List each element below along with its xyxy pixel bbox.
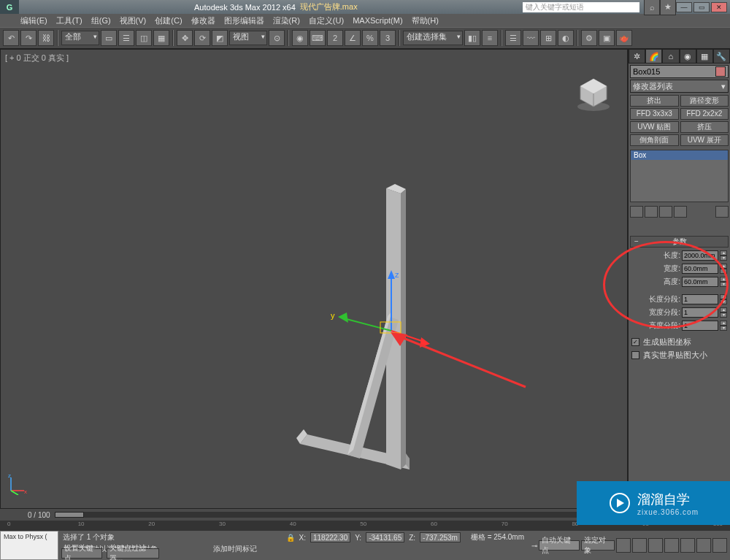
height-spin-buttons[interactable]: ▴▾ [720, 277, 727, 287]
autokey-button[interactable]: 自动关键点 [539, 540, 580, 551]
maxscript-listener[interactable]: Max to Physx ( [0, 531, 58, 560]
move-icon[interactable]: ✥ [177, 30, 193, 46]
lsegs-spin-buttons[interactable]: ▴▾ [720, 294, 727, 304]
spinner-snap-icon[interactable]: 3 [380, 30, 396, 46]
viewport[interactable]: [ + 0 正交 0 真实 ] z y [0, 49, 628, 509]
layers-icon[interactable]: ☰ [505, 30, 521, 46]
width-spin-buttons[interactable]: ▴▾ [720, 264, 727, 274]
menu-modifiers[interactable]: 修改器 [191, 15, 215, 26]
display-tab-icon[interactable]: ▦ [696, 49, 713, 64]
remove-mod-icon[interactable] [674, 206, 687, 218]
utilities-tab-icon[interactable]: 🔧 [713, 49, 730, 64]
menu-edit[interactable]: 编辑(E) [20, 15, 47, 26]
play-prev-icon[interactable] [616, 538, 631, 553]
coord-y[interactable]: -34131.65 [366, 532, 404, 542]
nav-orbit-icon[interactable] [696, 538, 711, 553]
keyfilter-button[interactable]: 关键点过滤器... [107, 548, 159, 559]
menu-rendering[interactable]: 渲染(R) [273, 15, 300, 26]
mod-btn-bevelprofile[interactable]: 倒角剖面 [630, 134, 679, 146]
play-icon[interactable] [632, 538, 647, 553]
restore-button[interactable]: ▭ [694, 2, 710, 12]
select-name-icon[interactable]: ☰ [118, 30, 134, 46]
favorites-icon[interactable]: ★ [660, 0, 676, 15]
create-tab-icon[interactable]: ✲ [629, 49, 645, 64]
realworld-checkbox[interactable] [631, 351, 639, 359]
link-icon[interactable]: ⛓ [38, 30, 54, 46]
mod-btn-ffd333[interactable]: FFD 3x3x3 [630, 108, 679, 120]
selection-filter-dropdown[interactable]: 全部 [61, 31, 99, 45]
nav-max-icon[interactable] [712, 538, 727, 553]
menu-create[interactable]: 创建(C) [155, 15, 182, 26]
schematic-icon[interactable]: ⊞ [540, 30, 556, 46]
time-marker[interactable] [55, 512, 84, 518]
hsegs-spin-buttons[interactable]: ▴▾ [720, 321, 727, 331]
close-button[interactable]: ✕ [711, 2, 727, 12]
lock-icon[interactable]: 🔒 [286, 534, 295, 542]
hsegs-spinner[interactable]: 1 [682, 321, 718, 331]
stack-item-box[interactable]: Box [631, 150, 728, 160]
render-icon[interactable]: 🫖 [616, 30, 632, 46]
gen-map-checkbox[interactable]: ✓ [631, 338, 639, 346]
height-spinner[interactable]: 60.0mm [682, 277, 718, 287]
mirror-icon[interactable]: ▮▯ [464, 30, 480, 46]
selset-dd[interactable]: 选定对象 [581, 540, 615, 551]
coord-x[interactable]: 118222.30 [310, 532, 350, 542]
menu-views[interactable]: 视图(V) [120, 15, 147, 26]
menu-maxscript[interactable]: MAXScript(M) [353, 16, 402, 25]
select-icon[interactable]: ▭ [101, 30, 117, 46]
rotate-icon[interactable]: ⟳ [194, 30, 210, 46]
app-logo-icon[interactable]: G [0, 0, 19, 14]
key-icon[interactable]: ⊸ [531, 542, 537, 550]
align-icon[interactable]: ≡ [482, 30, 498, 46]
lsegs-spinner[interactable]: 1 [682, 294, 718, 304]
help-search-input[interactable]: 键入关键字或短语 [523, 2, 639, 12]
show-end-icon[interactable] [645, 206, 658, 218]
snap-angle-icon[interactable]: ∠ [345, 30, 361, 46]
unique-icon[interactable] [659, 206, 672, 218]
render-setup-icon[interactable]: ⚙ [581, 30, 597, 46]
window-crossing-icon[interactable]: ▦ [153, 30, 169, 46]
pivot-icon[interactable]: ⊙ [269, 30, 285, 46]
snap-percent-icon[interactable]: % [362, 30, 378, 46]
play-next-icon[interactable] [648, 538, 663, 553]
minimize-button[interactable]: — [676, 2, 692, 12]
menu-tools[interactable]: 工具(T) [56, 15, 82, 26]
keyboard-shortcut-icon[interactable]: ⌨ [310, 30, 326, 46]
length-spin-buttons[interactable]: ▴▾ [720, 250, 727, 261]
setkey-button[interactable]: 设置关键点 [61, 548, 102, 559]
manipulate-icon[interactable]: ◉ [292, 30, 308, 46]
snap-2d-icon[interactable]: 2 [327, 30, 343, 46]
object-name-field[interactable]: Box015 [630, 65, 729, 78]
params-rollout-header[interactable]: 参数 [630, 236, 729, 248]
menu-grapheditors[interactable]: 图形编辑器 [224, 15, 264, 26]
mod-btn-extrude[interactable]: 挤出 [630, 95, 679, 107]
nav-pan-icon[interactable] [664, 538, 679, 553]
hierarchy-tab-icon[interactable]: ⌂ [662, 49, 679, 64]
menu-customize[interactable]: 自定义(U) [309, 15, 344, 26]
named-selset-dropdown[interactable]: 创建选择集 [403, 31, 463, 45]
mod-btn-squeeze[interactable]: 挤压 [680, 121, 729, 133]
select-region-icon[interactable]: ◫ [136, 30, 152, 46]
nav-zoom-icon[interactable] [680, 538, 695, 553]
curve-editor-icon[interactable]: 〰 [523, 30, 539, 46]
ref-coord-dropdown[interactable]: 视图 [229, 31, 267, 45]
configure-sets-icon[interactable] [715, 206, 729, 218]
object-color-swatch[interactable] [715, 66, 726, 77]
coord-z[interactable]: -737.253m [420, 532, 461, 542]
modify-tab-icon[interactable]: 🌈 [645, 49, 662, 64]
menu-group[interactable]: 组(G) [91, 15, 111, 26]
mod-btn-ffd222[interactable]: FFD 2x2x2 [680, 108, 729, 120]
undo-icon[interactable]: ↶ [3, 30, 19, 46]
length-spinner[interactable]: 2000.0mm [682, 250, 718, 261]
width-spinner[interactable]: 60.0mm [682, 264, 718, 274]
mod-btn-pathdeform[interactable]: 路径变形 [680, 95, 729, 107]
material-editor-icon[interactable]: ◐ [558, 30, 574, 46]
time-tag-label[interactable]: 添加时间标记 [213, 544, 257, 554]
redo-icon[interactable]: ↷ [20, 30, 36, 46]
mod-btn-uvwmap[interactable]: UVW 贴图 [630, 121, 679, 133]
modifier-list-dropdown[interactable]: 修改器列表 [630, 80, 729, 93]
mod-btn-unwrap[interactable]: UVW 展开 [680, 134, 729, 146]
scale-icon[interactable]: ◩ [212, 30, 228, 46]
wsegs-spin-buttons[interactable]: ▴▾ [720, 307, 727, 318]
wsegs-spinner[interactable]: 1 [682, 307, 718, 318]
